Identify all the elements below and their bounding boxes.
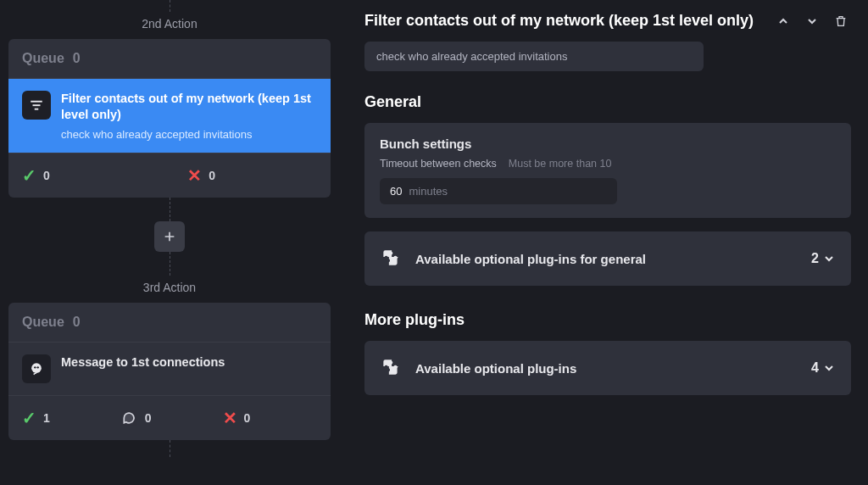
stat-fail: ✕ 0 [187, 165, 215, 186]
bunch-title: Bunch settings [380, 137, 836, 151]
panel-header: Filter contacts out of my network (keep … [364, 12, 851, 30]
svg-point-3 [31, 363, 42, 373]
filter-icon [22, 91, 51, 120]
queue-label: Queue [22, 315, 64, 330]
move-down-button[interactable] [802, 13, 822, 30]
timeout-label: Timeout between checks [380, 158, 497, 170]
action-stats: ✓ 0 ✕ 0 [8, 153, 331, 198]
entry-title: Filter contacts out of my network (keep … [61, 91, 317, 123]
svg-rect-2 [35, 109, 39, 110]
action-entry-message[interactable]: Message to 1st connections [8, 343, 331, 395]
timeout-hint: Must be more than 10 [509, 158, 612, 170]
connector-line [170, 252, 170, 276]
action-card-3: Queue 0 Message to 1st connections ✓ 1 0 [8, 303, 331, 440]
stat-success-value: 1 [43, 411, 50, 425]
stat-fail: ✕ 0 [223, 408, 251, 428]
description-text: check who already accepted invitations [376, 50, 567, 63]
chevron-down-icon [822, 252, 836, 265]
timeout-input[interactable]: 60 minutes [380, 178, 617, 204]
stat-chat-value: 0 [145, 411, 152, 425]
message-icon [22, 354, 51, 383]
general-heading: General [364, 93, 851, 111]
timeout-value: 60 [390, 185, 402, 198]
stat-success: ✓ 1 [22, 408, 50, 428]
timeout-row: Timeout between checks Must be more than… [380, 158, 836, 170]
stat-success: ✓ 0 [22, 165, 50, 186]
general-plugins-count: 2 [811, 251, 836, 266]
stat-fail-value: 0 [209, 169, 215, 182]
add-action-button[interactable] [154, 221, 185, 252]
connector-line [170, 440, 170, 457]
check-icon: ✓ [22, 165, 36, 186]
detail-panel: Filter contacts out of my network (keep … [339, 0, 868, 485]
more-plugins-heading: More plug-ins [364, 311, 851, 329]
chevron-down-icon [822, 361, 836, 375]
queue-header[interactable]: Queue 0 [8, 39, 331, 79]
timeout-unit: minutes [409, 185, 448, 198]
entry-body: Message to 1st connections [61, 354, 225, 383]
bunch-settings-block: Bunch settings Timeout between checks Mu… [364, 123, 851, 218]
action-label-2: 2nd Action [142, 17, 197, 31]
puzzle-icon [380, 356, 403, 380]
puzzle-icon [380, 247, 403, 270]
queue-header[interactable]: Queue 0 [8, 303, 331, 343]
action-entry-filter[interactable]: Filter contacts out of my network (keep … [8, 79, 331, 153]
chat-icon [121, 410, 138, 426]
stat-success-value: 0 [43, 169, 50, 182]
action-card-2: Queue 0 Filter contacts out of my networ… [8, 39, 331, 198]
stat-chat: 0 [121, 410, 152, 426]
delete-button[interactable] [831, 13, 851, 30]
more-plugins-label: Available optional plug-ins [415, 361, 799, 376]
queue-count: 0 [73, 51, 81, 66]
cross-icon: ✕ [223, 408, 237, 428]
svg-rect-1 [33, 104, 41, 106]
check-icon: ✓ [22, 408, 36, 428]
action-label-3: 3rd Action [143, 281, 196, 294]
connector-line [170, 0, 170, 12]
workflow-column: 2nd Action Queue 0 Filter contacts out o… [0, 0, 339, 485]
cross-icon: ✕ [187, 165, 202, 186]
entry-body: Filter contacts out of my network (keep … [61, 91, 317, 141]
general-plugins-label: Available optional plug-ins for general [415, 252, 799, 266]
action-stats: ✓ 1 0 ✕ 0 [8, 395, 331, 440]
description-input[interactable]: check who already accepted invitations [364, 42, 704, 71]
general-plugins-row[interactable]: Available optional plug-ins for general … [364, 231, 851, 286]
queue-count: 0 [73, 315, 81, 330]
svg-point-4 [34, 366, 36, 368]
svg-point-5 [37, 366, 39, 368]
more-plugins-row[interactable]: Available optional plug-ins 4 [364, 341, 851, 395]
move-up-button[interactable] [773, 13, 793, 30]
svg-rect-0 [31, 101, 42, 103]
entry-subtitle: check who already accepted invitations [61, 128, 317, 141]
entry-title: Message to 1st connections [61, 354, 225, 371]
stat-fail-value: 0 [244, 411, 251, 425]
more-plugins-count: 4 [811, 360, 836, 376]
queue-label: Queue [22, 51, 64, 66]
panel-title: Filter contacts out of my network (keep … [364, 12, 765, 30]
connector-line [170, 198, 170, 221]
